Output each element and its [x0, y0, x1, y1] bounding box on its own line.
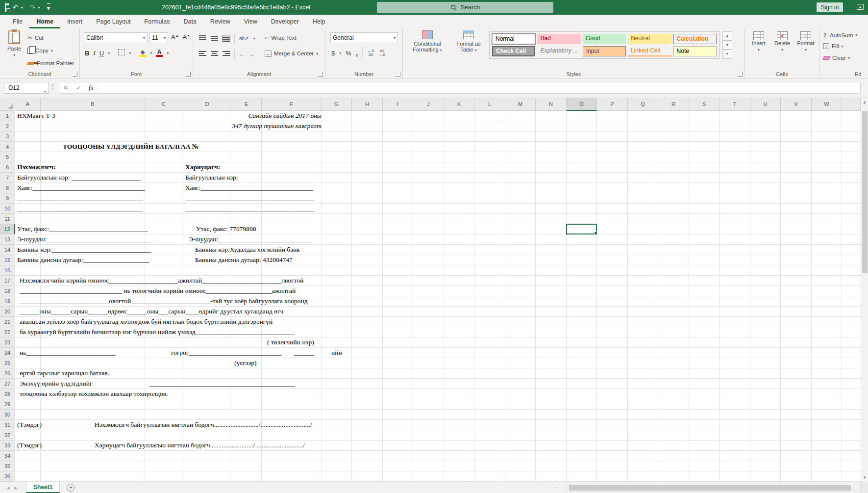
- column-header-M[interactable]: M: [505, 98, 536, 111]
- gallery-more-button[interactable]: ▼: [722, 50, 732, 59]
- alignment-dialog-launcher[interactable]: [318, 72, 323, 77]
- column-header-L[interactable]: L: [474, 98, 505, 111]
- insert-cells-button[interactable]: ← Insert▾: [748, 31, 769, 52]
- tab-home[interactable]: Home: [29, 18, 60, 28]
- gallery-scroll-up-button[interactable]: ▲: [722, 31, 732, 41]
- row-header-6[interactable]: 6: [0, 162, 15, 173]
- column-header-K[interactable]: K: [444, 98, 474, 111]
- row-header-7[interactable]: 7: [0, 173, 15, 183]
- row-header-22[interactable]: 22: [0, 327, 15, 337]
- cell-style-input[interactable]: Input: [583, 46, 626, 56]
- tab-view[interactable]: View: [237, 18, 264, 28]
- column-header-T[interactable]: T: [719, 98, 750, 111]
- comma-style-button[interactable]: ,: [356, 49, 358, 57]
- row-header-30[interactable]: 30: [0, 410, 15, 420]
- font-size-select[interactable]: 11▾: [149, 32, 168, 43]
- merge-center-button[interactable]: ↔Merge & Center ▾: [265, 48, 318, 59]
- tab-data[interactable]: Data: [176, 18, 203, 28]
- vertical-scrollbar[interactable]: ▲ ▼: [861, 98, 868, 482]
- sign-in-button[interactable]: Sign in: [817, 2, 843, 12]
- formula-enter-button[interactable]: ✓: [72, 84, 85, 91]
- cell-style-check-cell[interactable]: Check Cell: [492, 46, 535, 56]
- sheet-next-button[interactable]: ▸: [15, 485, 18, 491]
- cell-style-normal[interactable]: Normal: [492, 34, 535, 44]
- column-header-P[interactable]: P: [597, 98, 628, 111]
- tab-page-layout[interactable]: Page Layout: [89, 18, 137, 28]
- fill-color-button[interactable]: ◆: [139, 49, 146, 57]
- row-header-5[interactable]: 5: [0, 152, 15, 162]
- undo-button[interactable]: ↶: [13, 4, 19, 11]
- font-color-button[interactable]: A: [156, 49, 163, 57]
- row-header-16[interactable]: 16: [0, 265, 15, 276]
- row-header-31[interactable]: 31: [0, 420, 15, 430]
- decrease-indent-button[interactable]: ←: [239, 51, 245, 57]
- align-bottom-button[interactable]: [223, 35, 230, 42]
- increase-font-button[interactable]: A▲: [171, 33, 179, 41]
- row-header-18[interactable]: 18: [0, 286, 15, 296]
- select-all-corner[interactable]: [0, 98, 15, 111]
- row-header-29[interactable]: 29: [0, 399, 15, 410]
- column-header-D[interactable]: D: [183, 98, 231, 111]
- row-header-8[interactable]: 8: [0, 183, 15, 193]
- underline-button[interactable]: U: [99, 50, 104, 57]
- row-header-21[interactable]: 21: [0, 317, 15, 327]
- cell-style-good[interactable]: Good: [583, 34, 626, 44]
- align-right-button[interactable]: [223, 51, 230, 57]
- number-format-select[interactable]: General▾: [330, 32, 398, 43]
- formula-input[interactable]: [98, 82, 860, 93]
- delete-cells-button[interactable]: ✕ Delete▾: [771, 31, 793, 52]
- row-header-35[interactable]: 35: [0, 461, 15, 471]
- font-family-select[interactable]: Calibri▾: [84, 32, 148, 43]
- styles-dialog-launcher[interactable]: [738, 72, 743, 77]
- percent-style-button[interactable]: %: [346, 50, 351, 57]
- decrease-font-button[interactable]: A▼: [183, 33, 191, 41]
- selected-cell-outline[interactable]: [566, 224, 597, 234]
- wrap-text-button[interactable]: ↩Wrap Text: [265, 32, 297, 43]
- column-header-partial[interactable]: [842, 98, 861, 111]
- increase-decimal-button[interactable]: ←.0.00: [367, 49, 374, 57]
- undo-dropdown[interactable]: ▾: [21, 5, 23, 10]
- horizontal-scrollbar-thumb[interactable]: [569, 485, 851, 491]
- column-header-C[interactable]: C: [145, 98, 183, 111]
- align-top-button[interactable]: [199, 35, 206, 42]
- row-header-13[interactable]: 13: [0, 234, 15, 245]
- cell-style-neutral[interactable]: Neutral: [628, 34, 671, 44]
- cell-style-note[interactable]: Note: [673, 46, 717, 56]
- row-header-12[interactable]: 12: [0, 224, 15, 234]
- tab-insert[interactable]: Insert: [60, 18, 89, 28]
- conditional-formatting-button[interactable]: ConditionalFormatting ▾: [407, 30, 448, 53]
- underline-dropdown[interactable]: ▾: [108, 51, 110, 55]
- row-header-32[interactable]: 32: [0, 430, 15, 441]
- row-header-17[interactable]: 17: [0, 276, 15, 286]
- align-center-button[interactable]: [211, 51, 218, 57]
- column-header-O[interactable]: O: [567, 98, 597, 111]
- row-header-3[interactable]: 3: [0, 131, 15, 142]
- row-header-28[interactable]: 28: [0, 389, 15, 399]
- format-as-table-button[interactable]: Format asTable ▾: [451, 30, 486, 53]
- accounting-format-button[interactable]: $: [331, 50, 335, 57]
- new-sheet-button[interactable]: +: [67, 484, 74, 492]
- redo-button[interactable]: ↷: [30, 4, 36, 11]
- tab-help[interactable]: Help: [306, 18, 332, 28]
- insert-function-button[interactable]: fx: [85, 84, 98, 92]
- column-header-G[interactable]: G: [322, 98, 352, 111]
- column-header-F[interactable]: F: [262, 98, 322, 111]
- tab-file[interactable]: File: [6, 18, 29, 28]
- column-header-W[interactable]: W: [812, 98, 842, 111]
- row-header-23[interactable]: 23: [0, 337, 15, 348]
- row-header-25[interactable]: 25: [0, 358, 15, 368]
- column-header-B[interactable]: B: [41, 98, 145, 111]
- column-header-U[interactable]: U: [750, 98, 781, 111]
- row-header-34[interactable]: 34: [0, 451, 15, 461]
- copy-button[interactable]: Copy ▾: [27, 45, 74, 56]
- column-header-H[interactable]: H: [352, 98, 383, 111]
- bold-button[interactable]: B: [85, 50, 89, 57]
- italic-button[interactable]: I: [93, 49, 95, 57]
- row-header-1[interactable]: 1: [0, 111, 15, 121]
- ribbon-display-options-button[interactable]: ▲: [857, 4, 864, 10]
- row-header-4[interactable]: 4: [0, 142, 15, 152]
- align-middle-button[interactable]: [211, 35, 218, 42]
- row-header-15[interactable]: 15: [0, 255, 15, 265]
- cell-style-linked-cell[interactable]: Linked Cell: [628, 46, 671, 56]
- clear-button[interactable]: Clear ▾: [823, 55, 850, 61]
